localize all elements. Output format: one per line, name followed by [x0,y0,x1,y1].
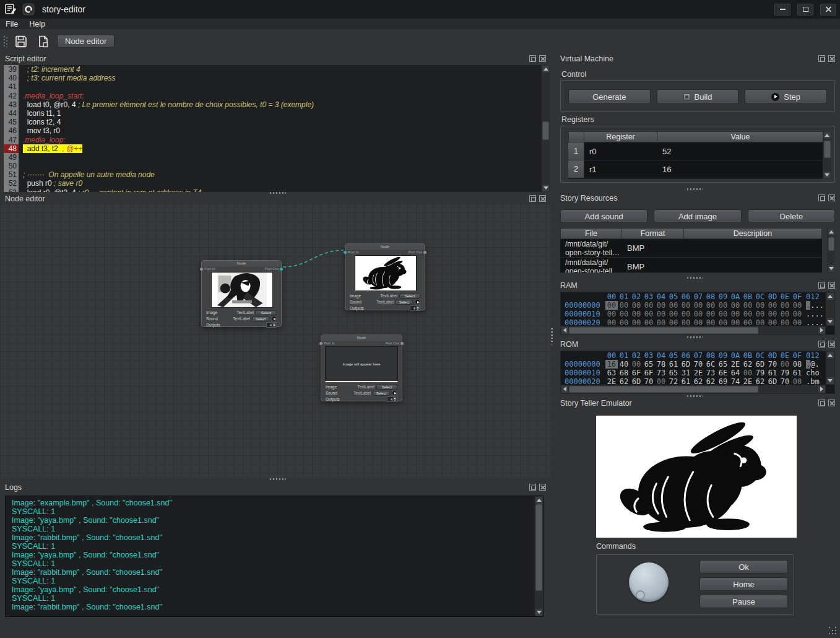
hex-byte[interactable]: 00 [630,318,643,326]
hex-row[interactable]: 0000001000000000000000000000000000000000… [561,310,826,318]
menu-help[interactable]: Help [24,19,51,29]
close-panel-icon[interactable] [539,195,546,202]
window-resize-grip[interactable] [829,627,838,636]
script-line[interactable]: 44 lcons t1, 1 [4,109,541,118]
ram-vertical-scrollbar[interactable] [826,292,834,326]
scroll-down-icon[interactable] [535,608,543,616]
splitter-handle[interactable] [687,336,703,338]
register-row[interactable]: 1r052 [568,142,824,160]
port-in-dot[interactable] [200,268,203,271]
hex-byte[interactable]: 00 [667,301,680,310]
hex-byte[interactable]: 00 [779,301,791,310]
script-line[interactable]: 41 [4,82,541,91]
generate-button[interactable]: Generate [568,89,651,104]
hex-byte[interactable]: 00 [692,310,704,318]
hex-byte[interactable]: 70 [766,360,779,369]
hex-byte[interactable]: 62 [742,360,754,369]
scroll-up-icon[interactable] [542,65,550,73]
hex-byte[interactable]: 00 [742,310,754,318]
script-line[interactable]: 47.media_loop: [4,136,541,144]
hex-byte[interactable]: 00 [704,310,717,318]
hex-byte[interactable]: 62 [704,377,717,385]
script-scrollbar[interactable] [541,65,550,192]
hex-byte[interactable]: 00 [643,318,655,326]
hex-row[interactable]: 0000001063686F6F7365312E736E640079617961… [561,369,826,377]
registers-scrollbar[interactable] [823,131,831,179]
hex-byte[interactable]: 00 [605,318,618,326]
resource-row[interactable]: /mnt/data/git/open-story-tellBMP [560,258,822,273]
scroll-down-icon[interactable] [826,318,834,326]
script-line[interactable]: 43 load t0, @r0, 4 ; Le premier élément … [4,100,541,109]
play-sound-icon[interactable] [392,390,397,396]
select-image-button[interactable]: Select [376,385,397,390]
float-panel-icon[interactable] [818,55,825,62]
hex-byte[interactable]: 00 [618,301,630,310]
play-sound-icon[interactable] [415,299,420,305]
hex-byte[interactable]: 00 [692,301,704,310]
hex-row[interactable]: 000000001640006578616D706C652E626D700008… [561,360,826,369]
splitter-handle[interactable] [687,188,703,190]
hex-byte[interactable]: 6F [643,369,655,377]
hex-byte[interactable]: 61 [766,369,779,377]
hex-byte[interactable]: 00 [704,318,717,326]
hex-byte[interactable]: 68 [618,369,630,377]
hex-byte[interactable]: 40 [618,360,630,369]
script-line[interactable]: 42.media_loop_start: [4,92,541,100]
script-line[interactable]: 46 mov t3, r0 [4,126,541,135]
outputs-stepper[interactable]: 4 [387,396,397,402]
hex-byte[interactable]: 00 [680,301,692,310]
pause-button[interactable]: Pause [699,595,788,608]
outputs-stepper[interactable]: 4 [266,322,277,328]
hex-byte[interactable]: 00 [754,318,766,326]
ok-button[interactable]: Ok [699,560,788,574]
script-line[interactable]: 48 add t3, t2 ; @++ [4,144,541,153]
scroll-up-icon[interactable] [823,131,831,139]
hex-byte[interactable]: 63 [605,369,618,377]
hex-byte[interactable]: 00 [717,301,729,310]
hex-byte[interactable]: 6D [630,377,643,385]
scroll-down-icon[interactable] [826,377,834,385]
resource-row[interactable]: /mnt/data/git/open-story-tell…BMP [560,239,822,258]
toolbar-drag-handle[interactable] [4,36,7,47]
hex-byte[interactable]: 65 [643,360,655,369]
hex-byte[interactable]: 65 [667,369,680,377]
logs-output[interactable]: Image: "example.bmp" , Sound: "choose1.s… [5,496,543,617]
port-in-dot[interactable] [344,251,347,254]
hex-byte[interactable]: 79 [754,369,766,377]
script-line[interactable]: 52 push r0 ; save r0 [4,179,541,188]
hex-byte[interactable]: 00 [717,310,729,318]
hex-byte[interactable]: 70 [779,377,791,385]
jog-dial-knob[interactable] [629,562,669,602]
hex-row[interactable]: 0000002000000000000000000000000000000000… [561,318,826,326]
scroll-right-icon[interactable] [818,385,826,393]
play-sound-icon[interactable] [271,316,277,321]
hex-byte[interactable]: 00 [643,301,655,310]
hex-byte[interactable]: 6D [766,377,779,385]
column-header-format[interactable]: Format [622,228,684,239]
hex-byte[interactable]: 6D [754,360,766,369]
home-button[interactable]: Home [699,577,788,591]
hex-byte[interactable]: 73 [655,369,667,377]
float-panel-icon[interactable] [529,484,536,491]
hex-byte[interactable]: 00 [766,310,779,318]
close-panel-icon[interactable] [828,55,835,62]
resources-table[interactable]: File Format Description /mnt/data/git/op… [560,228,822,273]
float-panel-icon[interactable] [818,341,825,347]
hex-byte[interactable]: 62 [754,377,766,385]
add-image-button[interactable]: Add image [654,209,741,223]
hex-byte[interactable]: 00 [704,301,717,310]
select-sound-button[interactable]: Select [252,317,269,321]
add-sound-button[interactable]: Add sound [560,209,647,223]
menu-file[interactable]: File [0,19,24,29]
maximize-button[interactable] [797,4,813,15]
hex-byte[interactable]: 00 [791,377,803,385]
float-panel-icon[interactable] [818,400,825,406]
hex-byte[interactable]: 2E [729,360,742,369]
hex-byte[interactable]: 6E [717,369,729,377]
column-header-value[interactable]: Value [657,131,824,142]
hex-byte[interactable]: 6C [704,360,717,369]
scroll-right-icon[interactable] [818,326,826,334]
select-image-button[interactable]: Select [256,310,277,315]
close-panel-icon[interactable] [828,400,835,406]
hex-byte[interactable]: 00 [680,318,692,326]
